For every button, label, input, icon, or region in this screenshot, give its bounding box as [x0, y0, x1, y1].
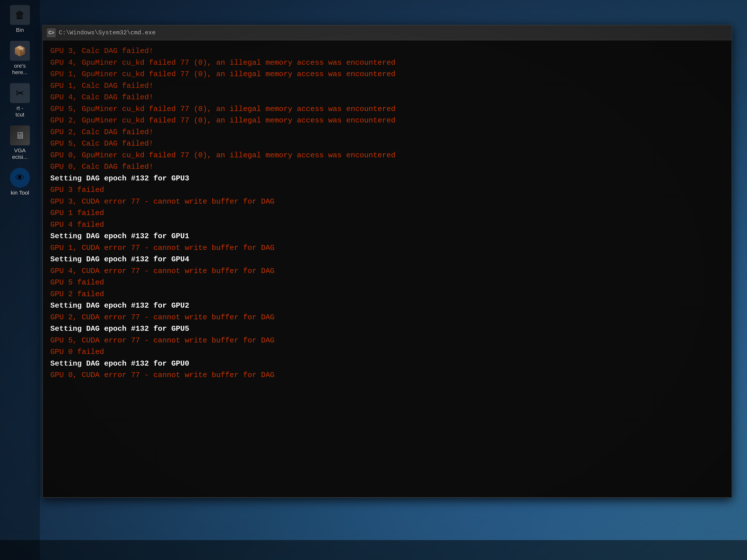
terminal-line: GPU 0 failed: [50, 346, 724, 358]
terminal-line: GPU 0, Calc DAG failed!: [50, 161, 724, 173]
terminal-line: GPU 1, CUDA error 77 - cannot write buff…: [50, 242, 724, 254]
bin-label: Bin: [16, 27, 24, 33]
skin-tool-label: kin Tool: [11, 190, 29, 196]
terminal-line: Setting DAG epoch #132 for GPU0: [50, 358, 724, 370]
bin-icon: 🗑: [10, 5, 30, 25]
taskbar[interactable]: [0, 540, 747, 560]
terminal-line: GPU 1 failed: [50, 207, 724, 219]
terminal-line: GPU 0, GpuMiner cu_kd failed 77 (0), an …: [50, 150, 724, 161]
terminal-line: GPU 1, Calc DAG failed!: [50, 80, 724, 92]
terminal-line: GPU 3 failed: [50, 184, 724, 196]
cmd-icon: C>: [47, 28, 56, 37]
terminal-line: GPU 1, GpuMiner cu_kd failed 77 (0), an …: [50, 69, 724, 80]
terminal-titlebar: C> C:\Windows\System32\cmd.exe: [43, 25, 731, 40]
terminal-line: GPU 2, CUDA error 77 - cannot write buff…: [50, 312, 724, 323]
terminal-line: GPU 4 failed: [50, 219, 724, 231]
skin-tool-icon: 👁: [10, 168, 30, 188]
sidebar-item-ores[interactable]: 📦 ore's here...: [6, 41, 34, 76]
sidebar-item-rt[interactable]: ✂ rt - tcut: [6, 83, 34, 118]
ores-label: ore's here...: [12, 63, 28, 76]
terminal-line: GPU 5, Calc DAG failed!: [50, 138, 724, 150]
terminal-line: GPU 3, CUDA error 77 - cannot write buff…: [50, 196, 724, 208]
terminal-window[interactable]: C> C:\Windows\System32\cmd.exe GPU 3, Ca…: [42, 25, 732, 498]
vga-icon: 🖥: [10, 126, 30, 145]
terminal-line: GPU 5 failed: [50, 277, 724, 289]
sidebar-item-vga[interactable]: 🖥 VGA ecisi...: [6, 126, 34, 160]
terminal-line: GPU 5, GpuMiner cu_kd failed 77 (0), an …: [50, 103, 724, 115]
sidebar-item-skin-tool[interactable]: 👁 kin Tool: [6, 168, 34, 196]
terminal-line: Setting DAG epoch #132 for GPU5: [50, 323, 724, 335]
terminal-line: GPU 4, GpuMiner cu_kd failed 77 (0), an …: [50, 57, 724, 69]
terminal-line: GPU 2, Calc DAG failed!: [50, 127, 724, 138]
terminal-body[interactable]: GPU 3, Calc DAG failed!GPU 4, GpuMiner c…: [43, 40, 731, 497]
terminal-line: GPU 2, GpuMiner cu_kd failed 77 (0), an …: [50, 115, 724, 127]
terminal-line: Setting DAG epoch #132 for GPU4: [50, 254, 724, 265]
terminal-line: GPU 4, Calc DAG failed!: [50, 91, 724, 103]
vga-label: VGA ecisi...: [12, 148, 28, 160]
terminal-line: GPU 4, CUDA error 77 - cannot write buff…: [50, 265, 724, 277]
terminal-line: GPU 0, CUDA error 77 - cannot write buff…: [50, 369, 724, 381]
desktop-sidebar: 🗑 Bin 📦 ore's here... ✂ rt - tcut 🖥 VGA …: [0, 0, 40, 560]
terminal-line: GPU 5, CUDA error 77 - cannot write buff…: [50, 335, 724, 346]
terminal-line: Setting DAG epoch #132 for GPU3: [50, 173, 724, 184]
terminal-line: GPU 2 failed: [50, 289, 724, 300]
terminal-line: GPU 3, Calc DAG failed!: [50, 45, 724, 57]
terminal-line: Setting DAG epoch #132 for GPU1: [50, 231, 724, 242]
rt-label: rt - tcut: [16, 105, 24, 118]
terminal-title: C:\Windows\System32\cmd.exe: [59, 29, 156, 36]
rt-icon: ✂: [10, 83, 30, 103]
ores-icon: 📦: [10, 41, 30, 61]
sidebar-item-bin[interactable]: 🗑 Bin: [6, 5, 34, 33]
terminal-line: Setting DAG epoch #132 for GPU2: [50, 300, 724, 312]
